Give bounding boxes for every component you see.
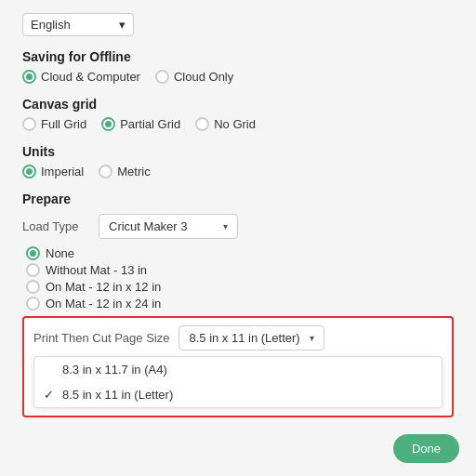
saving-cloud-only[interactable]: Cloud Only — [155, 70, 233, 84]
saving-title: Saving for Offline — [22, 49, 454, 64]
grid-full-label: Full Grid — [41, 117, 86, 131]
load-type-label: Load Type — [22, 219, 87, 233]
units-options: Imperial Metric — [22, 165, 454, 178]
load-without-mat-label: Without Mat - 13 in — [46, 263, 147, 277]
print-cut-option-a4[interactable]: 8.3 in x 11.7 in (A4) — [34, 357, 442, 382]
grid-none-label: No Grid — [214, 117, 256, 131]
load-on-mat-12x12-label: On Mat - 12 in x 12 in — [46, 280, 161, 294]
language-dropdown[interactable]: English ▾ — [22, 13, 134, 36]
print-cut-a4-label: 8.3 in x 11.7 in (A4) — [62, 363, 167, 377]
print-cut-letter-label: 8.5 in x 11 in (Letter) — [62, 388, 173, 402]
units-section: Units Imperial Metric — [22, 144, 454, 178]
print-cut-chevron-icon: ▾ — [310, 333, 314, 343]
load-on-mat-12x24-label: On Mat - 12 in x 24 in — [46, 297, 161, 311]
load-type-row: Load Type Cricut Maker 3 ▾ — [22, 214, 454, 239]
language-chevron-icon: ▾ — [119, 18, 126, 32]
settings-panel: English ▾ Saving for Offline Cloud & Com… — [0, 0, 476, 476]
print-cut-dropdown[interactable]: 8.5 in x 11 in (Letter) ▾ — [178, 325, 324, 350]
print-cut-value: 8.5 in x 11 in (Letter) — [189, 331, 299, 345]
units-metric-label: Metric — [117, 165, 150, 178]
load-option-on-mat-12x12[interactable]: On Mat - 12 in x 12 in — [26, 280, 454, 294]
print-cut-option-letter[interactable]: ✓ 8.5 in x 11 in (Letter) — [34, 382, 442, 407]
load-none-label: None — [46, 246, 74, 260]
grid-partial[interactable]: Partial Grid — [101, 117, 180, 131]
grid-full-radio[interactable] — [22, 117, 36, 131]
units-imperial-label: Imperial — [41, 165, 84, 178]
grid-partial-radio[interactable] — [101, 117, 115, 131]
grid-full[interactable]: Full Grid — [22, 117, 86, 131]
grid-none[interactable]: No Grid — [195, 117, 256, 131]
print-cut-section: Print Then Cut Page Size 8.5 in x 11 in … — [22, 316, 454, 417]
check-letter-icon: ✓ — [44, 388, 57, 402]
print-cut-label: Print Then Cut Page Size — [33, 331, 169, 345]
saving-options: Cloud & Computer Cloud Only — [22, 70, 454, 84]
load-type-value: Cricut Maker 3 — [109, 219, 188, 233]
units-metric-radio[interactable] — [99, 165, 112, 178]
load-type-dropdown[interactable]: Cricut Maker 3 ▾ — [99, 214, 238, 239]
grid-partial-label: Partial Grid — [120, 117, 180, 131]
print-cut-options-list: 8.3 in x 11.7 in (A4) ✓ 8.5 in x 11 in (… — [33, 356, 443, 408]
print-cut-row: Print Then Cut Page Size 8.5 in x 11 in … — [33, 325, 443, 350]
saving-cloud-only-radio[interactable] — [155, 70, 169, 84]
saving-cloud-computer-radio[interactable] — [22, 70, 36, 84]
saving-cloud-computer[interactable]: Cloud & Computer — [22, 70, 140, 84]
load-option-on-mat-12x24[interactable]: On Mat - 12 in x 24 in — [26, 297, 454, 311]
prepare-section: Prepare Load Type Cricut Maker 3 ▾ None … — [22, 192, 454, 417]
canvas-grid-title: Canvas grid — [22, 97, 454, 112]
load-options: None Without Mat - 13 in On Mat - 12 in … — [26, 246, 454, 311]
language-value: English — [31, 18, 71, 32]
saving-cloud-only-label: Cloud Only — [174, 70, 233, 84]
done-button[interactable]: Done — [393, 434, 459, 463]
load-none-radio[interactable] — [26, 246, 40, 260]
prepare-title: Prepare — [22, 192, 454, 206]
load-type-chevron-icon: ▾ — [223, 221, 228, 231]
units-title: Units — [22, 144, 454, 159]
load-option-without-mat[interactable]: Without Mat - 13 in — [26, 263, 454, 277]
canvas-grid-section: Canvas grid Full Grid Partial Grid No Gr… — [22, 97, 454, 131]
units-imperial-radio[interactable] — [22, 165, 36, 178]
load-option-none[interactable]: None — [26, 246, 454, 260]
load-on-mat-12x12-radio[interactable] — [26, 280, 40, 294]
load-on-mat-12x24-radio[interactable] — [26, 297, 40, 311]
grid-none-radio[interactable] — [195, 117, 209, 131]
units-imperial[interactable]: Imperial — [22, 165, 84, 178]
saving-section: Saving for Offline Cloud & Computer Clou… — [22, 49, 454, 84]
saving-cloud-computer-label: Cloud & Computer — [41, 70, 140, 84]
canvas-grid-options: Full Grid Partial Grid No Grid — [22, 117, 454, 131]
check-a4-icon — [44, 363, 57, 377]
load-without-mat-radio[interactable] — [26, 263, 40, 277]
units-metric[interactable]: Metric — [99, 165, 150, 178]
